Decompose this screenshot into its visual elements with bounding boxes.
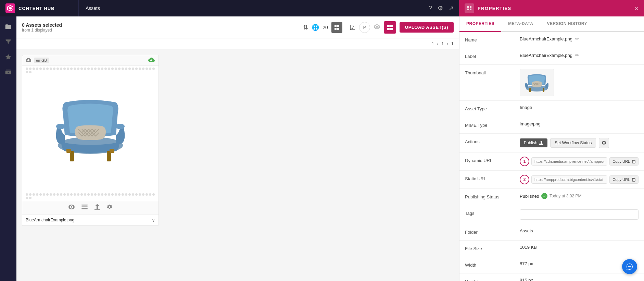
asset-chevron-down[interactable]: ∨	[152, 217, 155, 223]
dynamic-url-row: Dynamic URL 1 Copy URL	[459, 152, 644, 171]
asset-card: en-GB	[22, 55, 159, 226]
folder-label: Folder	[465, 228, 520, 235]
width-value: 877 px	[520, 261, 639, 266]
chair-image	[42, 85, 138, 181]
camera-icon	[26, 58, 31, 63]
actions-value: Publish Set Workflow Status	[520, 138, 639, 148]
static-url-row: Static URL 2 Copy URL	[459, 171, 644, 189]
copy-dynamic-url-button[interactable]: Copy URL	[609, 157, 639, 166]
static-url-input[interactable]	[531, 175, 607, 184]
properties-topbar: PROPERTIES ×	[459, 0, 644, 16]
svg-rect-7	[337, 25, 339, 27]
workflow-status-button[interactable]: Set Workflow Status	[550, 138, 596, 148]
file-size-row: File Size 1019 KB	[459, 241, 644, 257]
width-label: Width	[465, 261, 520, 268]
per-page-number: 20	[323, 25, 328, 30]
thumbnail-label: Thumbnail	[465, 69, 520, 75]
tags-label: Tags	[465, 209, 520, 216]
mime-type-row: MIME Type image/png	[459, 117, 644, 134]
settings-card-icon[interactable]	[107, 204, 112, 211]
close-properties-button[interactable]: ×	[634, 4, 639, 12]
svg-rect-25	[529, 88, 531, 92]
copy-static-url-button[interactable]: Copy URL	[609, 175, 639, 184]
page-mid: 1	[441, 41, 444, 46]
name-value: BlueArmchairExample.png ✏	[520, 36, 639, 41]
sort-icon[interactable]: ⇅	[303, 24, 308, 31]
left-sidebar	[0, 16, 16, 281]
publish-button[interactable]: Publish	[520, 138, 547, 147]
assets-area: 0 Assets selected from 1 displayed ⇅ 🌐 2…	[16, 16, 459, 281]
grid-view-button[interactable]	[331, 22, 342, 33]
svg-point-15	[56, 124, 65, 129]
logo-icon	[5, 3, 15, 13]
label-row: Label BlueArmchairExample.png ✏	[459, 48, 644, 65]
published-text: Published	[520, 194, 539, 199]
page-total: 1	[451, 41, 454, 46]
svg-rect-19	[66, 149, 71, 153]
publishing-status-label: Publishing Status	[465, 193, 520, 199]
support-chat-bubble[interactable]	[622, 259, 637, 274]
published-time: Today at 3:02 PM	[550, 194, 581, 198]
preview-icon[interactable]	[68, 205, 75, 211]
sidebar-item-folder[interactable]	[2, 21, 14, 33]
svg-point-31	[630, 266, 631, 267]
assets-selected-info: 0 Assets selected from 1 displayed	[22, 22, 299, 33]
svg-rect-5	[470, 9, 471, 10]
active-grid-icon[interactable]	[384, 21, 396, 34]
tab-properties[interactable]: PROPERTIES	[459, 16, 501, 32]
svg-rect-6	[334, 25, 337, 27]
tags-value	[520, 209, 639, 220]
mime-type-label: MIME Type	[465, 121, 520, 128]
section-title: Assets	[86, 5, 100, 11]
properties-panel-title: PROPERTIES	[478, 6, 512, 11]
svg-point-30	[629, 266, 630, 267]
svg-rect-28	[632, 179, 635, 181]
static-url-circle: 2	[520, 175, 529, 184]
svg-rect-27	[632, 160, 635, 163]
thumbnail-row: Thumbnail	[459, 65, 644, 101]
settings-icon[interactable]: ⚙	[438, 4, 443, 12]
top-bar-section: Assets	[79, 0, 423, 16]
globe-icon[interactable]: 🌐	[312, 24, 319, 31]
page-current: 1	[432, 41, 434, 46]
upload-assets-button[interactable]: UPLOAD ASSET(S)	[400, 22, 454, 33]
svg-point-16	[116, 124, 125, 129]
properties-tabs: PROPERTIES META-DATA VERSION HISTORY	[459, 16, 644, 32]
sidebar-item-box[interactable]	[2, 66, 14, 78]
publishing-status-value: Published ✓ Today at 3:02 PM	[520, 193, 639, 199]
properties-panel: PROPERTIES META-DATA VERSION HISTORY Nam…	[459, 16, 644, 281]
p-button[interactable]: P	[359, 22, 370, 33]
properties-topbar-icon	[465, 3, 474, 13]
help-icon[interactable]: ?	[429, 5, 432, 12]
asset-image-area	[22, 75, 159, 192]
sidebar-item-filter[interactable]	[2, 36, 14, 48]
logo-area: CONTENT HUB	[0, 0, 79, 16]
eye-icon[interactable]	[374, 24, 380, 31]
thumbnail-image	[520, 69, 554, 96]
name-row: Name BlueArmchairExample.png ✏	[459, 32, 644, 48]
mime-type-value-text: image/png	[520, 121, 541, 126]
upload-icon[interactable]	[94, 204, 100, 211]
label-edit-icon[interactable]: ✏	[575, 52, 579, 58]
asset-card-header: en-GB	[22, 55, 159, 66]
asset-type-value-text: Image	[520, 105, 532, 110]
properties-content: Name BlueArmchairExample.png ✏ Label Blu…	[459, 32, 644, 281]
height-row: Height 815 px	[459, 273, 644, 281]
asset-card-name-row: BlueArmchairExample.png ∨	[22, 214, 159, 225]
name-edit-icon[interactable]: ✏	[575, 36, 579, 41]
share-icon[interactable]: ↗	[449, 4, 454, 12]
tags-input[interactable]	[520, 209, 639, 220]
asset-type-value: Image	[520, 105, 639, 110]
actions-gear-button[interactable]	[599, 138, 609, 148]
page-next[interactable]: ›	[446, 41, 448, 47]
dynamic-url-input[interactable]	[531, 157, 607, 166]
svg-rect-4	[467, 9, 469, 10]
svg-rect-20	[110, 149, 114, 153]
page-prev[interactable]: ‹	[437, 41, 439, 47]
list-icon[interactable]	[81, 205, 88, 211]
tab-meta-data[interactable]: META-DATA	[501, 16, 540, 32]
sidebar-item-star[interactable]	[2, 51, 14, 63]
tab-version-history[interactable]: VERSION HISTORY	[540, 16, 594, 32]
actions-row: Actions Publish Set Workflow Status	[459, 134, 644, 152]
select-all-icon[interactable]: ☑	[350, 23, 356, 32]
